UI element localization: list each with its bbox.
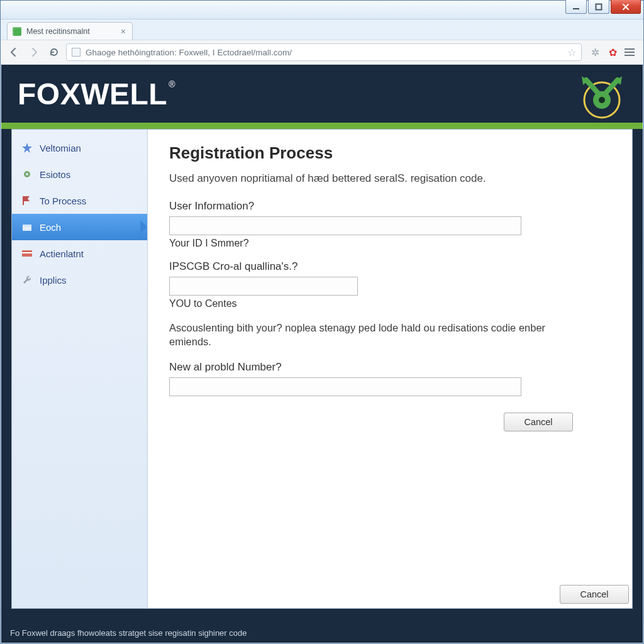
menu-button[interactable] [625,48,635,56]
browser-window: Mest recitinsmalnt × Ghaoge hethôingtrat… [0,0,644,644]
status-text: Fo Foxwel draags fhowoleats stratget sis… [10,628,247,638]
gear-icon [21,168,33,180]
back-button[interactable] [6,44,22,60]
svg-rect-0 [573,8,579,9]
intro-text: Used anyoven nopritiamal of hæd bettered… [169,172,572,186]
accent-strip [1,123,643,129]
page-viewport: FOXWELL ® Veltomian [1,65,643,643]
maximize-icon [595,3,602,11]
sidebar-item-label: Ipplics [40,275,67,286]
hamburger-line [625,48,635,50]
sidebar-item-label: To Process [40,196,86,206]
url-text: Ghaoge hethôingtration: Foxwell, I Ectod… [86,48,292,57]
status-bar: Fo Foxwel draags fhowoleats stratget sis… [1,623,643,643]
tab-title: Mest recitinsmalnt [26,27,90,36]
extension-icon[interactable]: ✲ [589,47,601,58]
brand-logo: FOXWELL ® [18,77,175,111]
panel-footer: Cancel [169,413,611,431]
sidebar-item-label: Eoch [40,222,61,233]
minimize-button[interactable] [565,0,587,14]
user-info-label: User Information? [169,200,611,213]
extension-icons: ✲ ✿ [586,47,638,58]
sidebar-item-ipplics[interactable]: Ipplics [12,267,147,293]
cancel-button-inner[interactable]: Cancel [504,413,573,431]
ipscg-subnote: YOU to Centes [169,298,611,309]
svg-point-4 [599,97,605,103]
sidebar-item-label: Veltomian [40,143,81,153]
card-icon [21,247,33,260]
tab-favicon [13,27,21,36]
svg-rect-1 [596,4,602,9]
svg-rect-9 [23,225,31,226]
browser-tab[interactable]: Mest recitinsmalnt × [7,22,133,40]
brand-name: FOXWELL [18,77,167,111]
reload-icon [48,47,60,58]
forward-arrow-icon [28,47,40,58]
user-info-input[interactable] [169,216,521,235]
close-icon [622,3,630,11]
cancel-button-outer[interactable]: Cancel [560,585,629,604]
extension-red-icon[interactable]: ✿ [607,47,618,58]
brand-mascot-icon [567,69,630,125]
window-titlebar [1,1,643,19]
box-icon [21,221,33,233]
hamburger-line [625,52,635,53]
bookmark-star-icon[interactable]: ☆ [567,47,576,58]
maximize-button[interactable] [588,0,609,14]
product-number-input[interactable] [169,377,521,396]
reload-button[interactable] [46,44,62,60]
svg-point-7 [26,173,28,175]
sidebar-item-to-process[interactable]: To Process [12,187,147,214]
app-panel: Veltomian Esiotos To Process [11,129,633,609]
svg-marker-5 [22,143,32,153]
star-icon [21,142,33,154]
sidebar-item-label: Esiotos [40,169,70,180]
minimize-icon [572,3,580,11]
svg-rect-11 [22,252,32,253]
sidebar: Veltomian Esiotos To Process [12,130,148,608]
hamburger-line [625,55,635,56]
back-arrow-icon [8,47,19,58]
mid-paragraph: Ascouslenting bith your? noplea stenagy … [169,321,572,349]
tab-close-button[interactable]: × [121,27,126,36]
sidebar-item-veltomian[interactable]: Veltomian [12,135,147,161]
forward-button[interactable] [26,44,42,60]
ipscg-input[interactable] [169,277,358,296]
close-window-button[interactable] [611,0,641,14]
wrench-icon [21,274,33,286]
registered-mark: ® [169,79,175,89]
ipscg-label: IPSCGB Cro-al quallina's.? [169,260,611,273]
page-icon [72,48,80,57]
sidebar-item-esiotos[interactable]: Esiotos [12,161,147,187]
window-controls [565,0,641,14]
main-content: Registration Process Used anyoven noprit… [148,130,632,608]
flag-icon [21,194,33,207]
browser-toolbar: Ghaoge hethôingtration: Foxwell, I Ectod… [1,40,643,65]
address-bar[interactable]: Ghaoge hethôingtration: Foxwell, I Ectod… [66,43,582,61]
sidebar-item-label: Actienlatnt [40,248,84,259]
product-number-label: New al probld Number? [169,361,611,374]
sidebar-item-actienlatnt[interactable]: Actienlatnt [12,240,147,267]
tab-strip: Mest recitinsmalnt × [1,19,643,40]
brand-header: FOXWELL ® [1,65,643,123]
sidebar-item-eoch[interactable]: Eoch [12,214,147,240]
page-heading: Registration Process [169,143,611,163]
user-info-subnote: Your ID I Smmer? [169,238,611,249]
